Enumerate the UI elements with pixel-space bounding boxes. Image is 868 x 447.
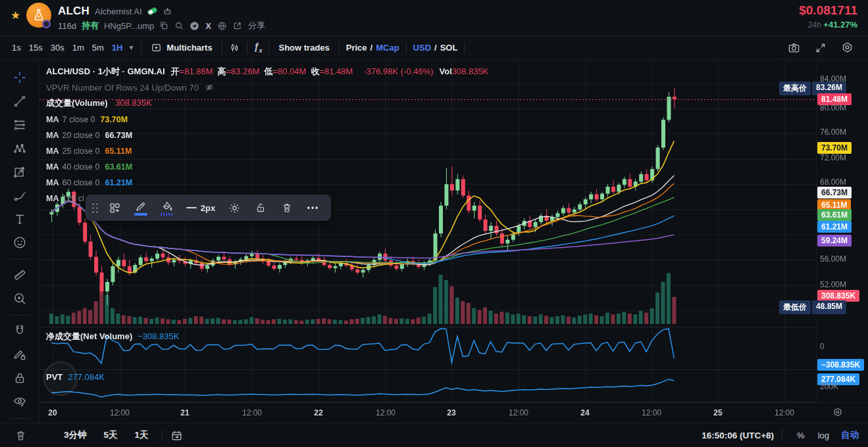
fib-retracement-tool[interactable] [9, 114, 31, 136]
emoji-tool[interactable] [9, 231, 31, 254]
x-icon[interactable]: X [205, 21, 211, 31]
drawing-settings-button[interactable] [223, 197, 245, 218]
ma-row[interactable]: MA25 close 065.11M [46, 147, 489, 156]
pill-icon [147, 7, 158, 16]
paint-bucket-button[interactable] [156, 197, 178, 218]
axis-value-badge: 66.73M [817, 187, 852, 199]
drawing-tools-sidebar [0, 60, 39, 423]
ma-row[interactable]: MA20 close 066.73M [46, 131, 489, 141]
token-header: ★ ALCH Alchemist AI 116d 持有 HNg5P...ump [0, 0, 868, 36]
template-grid-icon[interactable] [103, 197, 126, 218]
fx-indicators-button[interactable]: ƒx [254, 41, 263, 54]
delete-drawing-button[interactable] [276, 197, 298, 218]
range-button[interactable]: 3分钟 [59, 427, 92, 444]
line-width-button[interactable]: 2px [182, 197, 219, 218]
telegram-icon[interactable] [190, 21, 199, 31]
vpvr-indicator-row[interactable]: VPVR Number Of Rows 24 Up/Down 70 [46, 82, 489, 93]
projection-tool[interactable] [9, 161, 31, 183]
line-width-icon [186, 207, 197, 208]
indicator-candles-icon[interactable] [229, 42, 240, 53]
chart-title: ALCH/USD · 1小时 · GMGN.AI [46, 66, 165, 78]
time-axis-settings-icon[interactable] [832, 407, 843, 417]
timeframe-1m[interactable]: 1m [68, 40, 88, 55]
draw-lock-tool[interactable] [9, 343, 31, 365]
axis-value-badge: 61.21M [817, 221, 852, 233]
search-icon[interactable] [174, 21, 184, 30]
time-tick-label: 12:00 [110, 408, 130, 417]
clock-utc[interactable]: 16:50:06 (UTC+8) [702, 431, 774, 440]
go-to-date-icon[interactable] [170, 429, 183, 442]
axis-tick-label: 52.00M [820, 280, 846, 289]
brush-tool[interactable] [9, 185, 31, 207]
timeframe-1H[interactable]: 1H [108, 40, 127, 55]
timeframe-5m[interactable]: 5m [88, 40, 108, 55]
crosshair-tool[interactable] [9, 66, 31, 89]
chart-toolbar: 1s15s30s1m5m1H ▼ Multicharts ƒx Show tra… [0, 36, 868, 60]
change-value: +41.27% [823, 20, 857, 30]
change-period: 24h [808, 20, 821, 30]
text-tool[interactable] [9, 208, 31, 231]
time-tick-label: 12:00 [376, 408, 396, 417]
magnet-tool[interactable] [9, 319, 31, 342]
ruler-tool[interactable] [9, 264, 31, 286]
show-trades-button[interactable]: Show trades [276, 43, 332, 53]
more-options-button[interactable]: ••• [302, 197, 324, 218]
volume-indicator-row[interactable]: 成交量(Volume) 308.835K [46, 97, 489, 109]
axis-tick-label: 72.00M [820, 153, 846, 162]
axis-value-badge: 73.70M [817, 142, 852, 154]
range-button[interactable]: 1天 [130, 427, 154, 444]
pane-legend[interactable]: PVT277.084K [46, 372, 105, 382]
trend-line-tool[interactable] [9, 90, 31, 112]
copy-icon[interactable] [159, 21, 168, 30]
xabcd-pattern-tool[interactable] [9, 137, 31, 160]
bot-icon [163, 7, 172, 16]
usd-sol-toggle[interactable]: USD / SOL [413, 43, 458, 53]
time-tick-label: 20 [48, 408, 57, 417]
axis-value-badge: −308.835K [817, 359, 864, 371]
axis-tick-label: 200K [820, 382, 838, 391]
drawing-float-toolbar[interactable]: 2px ••• [86, 195, 331, 221]
pane-legend[interactable]: 净成交量(Net Volume)−308.835K [46, 331, 179, 342]
auto-scale-button[interactable]: 自动 [836, 429, 859, 441]
timeframe-dropdown-caret[interactable]: ▼ [128, 44, 134, 51]
external-link-icon[interactable] [233, 21, 242, 30]
log-scale-button[interactable]: log [811, 431, 836, 440]
share-button[interactable]: 分享 [248, 20, 265, 32]
timeframe-group: 1s15s30s1m5m1H [8, 40, 126, 55]
eye-off-icon[interactable] [204, 82, 215, 93]
timeframe-1s[interactable]: 1s [8, 40, 25, 55]
eye-drawings-tool[interactable] [9, 390, 31, 413]
range-button[interactable]: 5天 [99, 427, 123, 444]
ma-row[interactable]: MA40 close 063.61M [46, 162, 489, 172]
fullscreen-icon[interactable] [815, 42, 827, 54]
percent-scale-button[interactable]: % [790, 431, 811, 440]
zoom-in-tool[interactable] [9, 287, 31, 310]
chart-legend: ALCH/USD · 1小时 · GMGN.AI 开=81.86M高=83.26… [46, 66, 489, 204]
camera-icon[interactable] [788, 41, 800, 54]
multicharts-button[interactable]: Multicharts [148, 42, 215, 53]
pencil-color-button[interactable] [130, 197, 152, 218]
globe-icon[interactable] [217, 21, 227, 31]
token-price: $0.081711 [799, 3, 857, 18]
token-symbol: ALCH [58, 5, 89, 18]
unlock-button[interactable] [249, 197, 272, 218]
contract-address[interactable]: HNg5P...ump [104, 21, 154, 31]
time-tick-label: 25 [713, 408, 722, 417]
timeframe-15s[interactable]: 15s [25, 40, 47, 55]
chart-pane[interactable]: ALCH/USD · 1小时 · GMGN.AI 开=81.86M高=83.26… [39, 60, 816, 402]
price-mcap-toggle[interactable]: Price / MCap [346, 43, 399, 53]
ma-indicator-rows: MA7 close 073.70MMA20 close 066.73MMA25 … [46, 115, 489, 204]
lock-tool[interactable] [9, 367, 31, 389]
timeframe-30s[interactable]: 30s [47, 40, 68, 55]
price-axis[interactable]: 84.00M最高价83.26M81.48M80.00M76.00M73.70M7… [816, 60, 868, 402]
favorite-star-icon[interactable]: ★ [11, 9, 20, 22]
settings-hexagon-icon[interactable] [841, 41, 854, 54]
trash-icon[interactable] [14, 429, 27, 442]
ma-row[interactable]: MA60 close 061.21M [46, 178, 489, 188]
time-axis[interactable]: 2012:002112:002212:002312:002412:002512:… [39, 402, 868, 423]
time-tick-label: 22 [314, 408, 322, 417]
axis-tick-label: 56.00M [820, 254, 846, 264]
drag-handle-icon[interactable] [92, 203, 98, 213]
time-tick-label: 12:00 [242, 408, 262, 417]
ma-row[interactable]: MA7 close 073.70M [46, 115, 489, 125]
